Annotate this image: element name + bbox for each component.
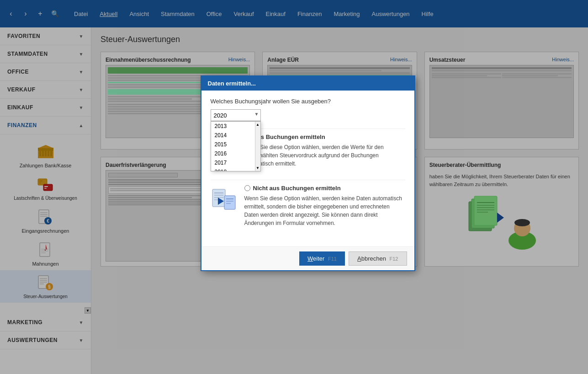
modal-footer: Weiter F11 Abbrechen F12 [201,246,414,270]
scroll-down-icon[interactable]: ▼ [256,166,260,170]
radio-nicht-buchungen-text: Nicht aus Buchungen ermitteln [253,185,341,192]
year-option-2018[interactable]: 2018 [211,167,260,171]
year-option-2014[interactable]: 2014 [211,131,260,140]
weiter-rest: eiter [313,255,324,262]
year-option-2015[interactable]: 2015 [211,140,260,149]
abbrechen-rest: bbrechen [361,255,386,262]
year-dropdown-container: 2020 ▼ ▲ ▼ 2013 2014 2015 2016 2017 [211,109,261,121]
abbrechen-shortcut: F12 [390,256,398,262]
year-select[interactable]: 2020 [211,109,261,121]
year-option-2013[interactable]: 2013 [211,122,260,131]
abbrechen-label: A [357,255,361,262]
modal-overlay[interactable]: Daten ermitteln... Welches Buchungsjahr … [0,0,588,374]
svg-rect-61 [224,196,235,209]
scroll-up-icon[interactable]: ▲ [256,123,260,127]
radio-buchungen-label[interactable]: Aus Buchungen ermitteln [244,134,405,140]
nicht-buchungen-icon [211,185,238,227]
radio-nicht-buchungen-label[interactable]: Nicht aus Buchungen ermitteln [244,185,405,192]
year-dropdown-list[interactable]: ▲ ▼ 2013 2014 2015 2016 2017 2018 2019 2… [211,121,261,171]
modal-title: Daten ermitteln... [208,80,256,87]
weiter-shortcut: F11 [328,256,337,262]
section1-description: Wenn Sie diese Option wählen, werden die… [244,143,405,168]
year-option-2016[interactable]: 2016 [211,149,260,158]
modal-header: Daten ermitteln... [201,76,414,91]
section2-description: Wenn Sie diese Option wählen, werden kei… [244,194,405,227]
modal-question: Welches Buchungsjahr wollen Sie ausgeben… [211,98,405,105]
weiter-label: W [307,255,313,262]
modal-body: Welches Buchungsjahr wollen Sie ausgeben… [201,91,414,246]
modal-section2-content: Nicht aus Buchungen ermitteln Wenn Sie d… [244,185,405,227]
daten-ermitteln-modal: Daten ermitteln... Welches Buchungsjahr … [201,75,415,271]
radio-buchungen-text: Aus Buchungen ermitteln [253,134,325,140]
abbrechen-button[interactable]: Abbrechen F12 [349,251,407,266]
modal-section1-content: Aus Buchungen ermitteln Wenn Sie diese O… [244,134,405,168]
modal-section-nicht-buchungen: Nicht aus Buchungen ermitteln Wenn Sie d… [211,180,405,232]
year-selector-row: 2020 ▼ ▲ ▼ 2013 2014 2015 2016 2017 [211,109,405,121]
radio-nicht-buchungen[interactable] [244,185,250,191]
weiter-button[interactable]: Weiter F11 [299,251,345,266]
year-option-2017[interactable]: 2017 [211,158,260,167]
